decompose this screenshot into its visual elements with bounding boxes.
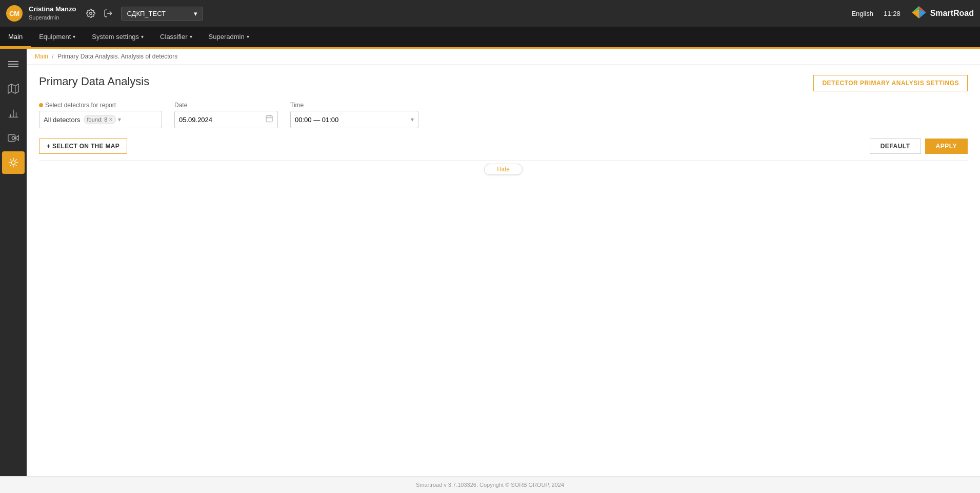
action-row: + SELECT ON THE MAP DEFAULT APPLY — [39, 139, 968, 154]
calendar-icon[interactable] — [265, 114, 273, 125]
required-dot — [39, 103, 43, 107]
footer: Smartroad v 3.7.103326. Copyright © SORB… — [0, 476, 980, 493]
map-icon — [8, 83, 19, 94]
nav-system-settings-chevron: ▾ — [141, 34, 144, 40]
right-actions: DEFAULT APPLY — [870, 139, 968, 154]
svg-point-15 — [11, 161, 15, 164]
date-input[interactable] — [179, 116, 265, 124]
brand-icon — [911, 5, 927, 22]
nav-superadmin-chevron: ▾ — [247, 34, 249, 40]
nav-bar: Main Equipment ▾ System settings ▾ Class… — [0, 27, 980, 47]
detector-icon — [8, 157, 19, 168]
main-layout: Main / Primary Data Analysis. Analysis o… — [0, 49, 980, 476]
svg-marker-6 — [8, 84, 18, 93]
time-input[interactable] — [295, 116, 411, 124]
date-input-wrap[interactable] — [174, 111, 278, 128]
detector-badge: found: 8 × — [84, 115, 116, 124]
detector-filter-input-wrap[interactable]: All detectors found: 8 × ▾ — [39, 111, 162, 128]
svg-point-13 — [12, 136, 15, 140]
apply-button[interactable]: APPLY — [925, 139, 968, 154]
camera-icon — [8, 132, 19, 144]
language-selector[interactable]: English — [847, 8, 877, 19]
brand-logo: SmartRoad — [911, 5, 974, 22]
page-header: Primary Data Analysis DETECTOR PRIMARY A… — [39, 75, 968, 91]
avatar: CM — [6, 5, 23, 22]
header-bar: CM Cristina Manzo Superadmin СДКП_ТЕСТ ▾… — [0, 0, 980, 27]
time-display: 11:28 — [884, 10, 901, 17]
content-area: Main / Primary Data Analysis. Analysis o… — [27, 49, 980, 476]
detector-dropdown-chevron[interactable]: ▾ — [118, 116, 121, 123]
footer-text: Smartroad v 3.7.103326. Copyright © SORB… — [416, 482, 564, 488]
user-info: Cristina Manzo Superadmin — [29, 5, 76, 21]
sidebar-item-camera[interactable] — [2, 127, 25, 149]
breadcrumb: Main / Primary Data Analysis. Analysis o… — [27, 49, 980, 65]
svg-rect-24 — [266, 116, 272, 122]
svg-point-0 — [90, 12, 92, 15]
time-dropdown-chevron[interactable]: ▾ — [411, 116, 414, 123]
detector-settings-button[interactable]: DETECTOR PRIMARY ANALYSIS SETTINGS — [813, 75, 968, 91]
nav-classifier[interactable]: Classifier ▾ — [152, 27, 200, 47]
filter-row: Select detectors for report All detector… — [39, 102, 968, 128]
detector-filter-group: Select detectors for report All detector… — [39, 102, 162, 128]
date-filter-group: Date — [174, 102, 278, 128]
nav-equipment-chevron: ▾ — [73, 34, 75, 40]
nav-classifier-chevron: ▾ — [190, 34, 192, 40]
sidebar — [0, 49, 27, 476]
breadcrumb-current: Primary Data Analysis. Analysis of detec… — [57, 53, 177, 60]
nav-superadmin[interactable]: Superadmin ▾ — [201, 27, 257, 47]
header-icons — [84, 7, 115, 20]
nav-equipment[interactable]: Equipment ▾ — [31, 27, 84, 47]
page-title: Primary Data Analysis — [39, 75, 149, 88]
project-dropdown[interactable]: СДКП_ТЕСТ ▾ — [121, 7, 203, 21]
sidebar-item-menu[interactable] — [2, 53, 25, 75]
sidebar-item-map[interactable] — [2, 77, 25, 100]
sidebar-item-chart[interactable] — [2, 102, 25, 125]
hamburger-icon — [8, 61, 18, 67]
user-name: Cristina Manzo — [29, 5, 76, 14]
breadcrumb-home[interactable]: Main — [35, 53, 48, 60]
settings-icon-btn[interactable] — [84, 7, 97, 20]
time-filter-group: Time ▾ — [290, 102, 418, 128]
default-button[interactable]: DEFAULT — [870, 139, 921, 154]
hide-bar: Hide — [39, 160, 968, 178]
breadcrumb-separator: / — [52, 53, 53, 60]
hide-button[interactable]: Hide — [484, 164, 523, 175]
time-filter-label: Time — [290, 102, 418, 109]
detector-value-text: All detectors — [44, 116, 81, 124]
select-on-map-button[interactable]: + SELECT ON THE MAP — [39, 139, 127, 154]
page-content: Primary Data Analysis DETECTOR PRIMARY A… — [27, 65, 980, 476]
detector-filter-label: Select detectors for report — [39, 102, 162, 109]
svg-line-23 — [15, 160, 17, 161]
detector-badge-clear[interactable]: × — [109, 116, 112, 123]
nav-main[interactable]: Main — [0, 27, 31, 47]
svg-line-22 — [10, 165, 12, 166]
chart-icon — [8, 108, 19, 119]
time-input-wrap[interactable]: ▾ — [290, 111, 418, 128]
user-role: Superadmin — [29, 14, 76, 21]
sidebar-item-detector[interactable] — [2, 151, 25, 174]
logout-icon-btn[interactable] — [102, 7, 115, 20]
date-filter-label: Date — [174, 102, 278, 109]
svg-line-21 — [15, 165, 17, 166]
svg-line-20 — [10, 160, 12, 161]
nav-system-settings[interactable]: System settings ▾ — [84, 27, 152, 47]
